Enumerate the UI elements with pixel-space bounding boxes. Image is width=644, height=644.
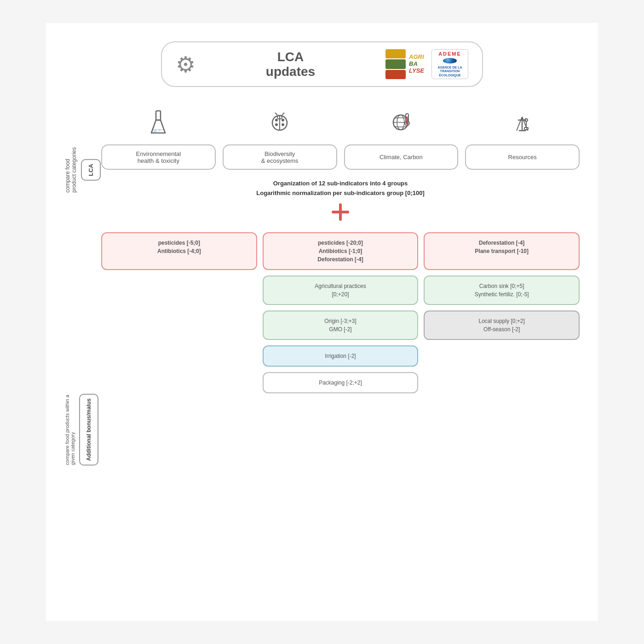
logos-area: AGRI BA LYSE ADEME AGENCE DE LATRANSITIO… — [385, 49, 468, 79]
agribalyse-logo: AGRI BA LYSE — [385, 49, 427, 79]
header-box: ⚙ LCA updates AGRI BA LYSE ADEME — [161, 41, 483, 87]
deforestation-plane: Deforestation [-4]Plane transport [-10] — [424, 232, 580, 270]
cat-col-climate: Climate, Carbon — [344, 110, 459, 170]
plus-symbol — [101, 203, 580, 225]
climate-box: Climate, Carbon — [344, 144, 459, 170]
empty-6 — [424, 372, 580, 393]
empty-2 — [101, 310, 257, 340]
agricultural-practices: Agricultural practices[0;+20] — [263, 276, 419, 305]
pesticides-antibiotics-deforestation: pesticides [-20;0]Antibiotics [-1;0]Defo… — [263, 232, 419, 270]
main-layout: compare foodproduct categories LCA compa… — [64, 110, 580, 538]
packaging: Packaging [-2;+2] — [263, 372, 419, 393]
biodiv-box: Biodiversity& ecosystems — [223, 144, 337, 170]
bonus-side-box: Additional bonus/malus — [79, 394, 98, 466]
compare-food-label: compare foodproduct categories — [64, 147, 77, 193]
globe-thermometer-icon — [388, 110, 414, 140]
svg-point-5 — [275, 119, 278, 121]
env-health-box: Environnemental health & toxicity — [101, 144, 216, 170]
resources-box: Resources — [465, 144, 580, 170]
local-supply: Local supply [0;+2]Off-season [-2] — [424, 310, 580, 340]
content-area: Environnemental health & toxicity — [101, 110, 580, 538]
svg-point-1 — [153, 130, 157, 132]
oil-pump-icon — [510, 110, 535, 140]
svg-point-18 — [406, 122, 408, 125]
lca-side-group: compare foodproduct categories LCA — [64, 110, 101, 230]
svg-line-21 — [517, 117, 522, 131]
svg-rect-0 — [156, 111, 161, 120]
side-labels: compare foodproduct categories LCA compa… — [64, 110, 101, 538]
empty-3 — [101, 345, 257, 367]
empty-5 — [101, 372, 257, 393]
svg-rect-17 — [407, 116, 408, 122]
cat-col-biodiv: Biodiversity& ecosystems — [223, 110, 337, 170]
origin-gmo: Origin [-3;+3]GMO [-2] — [263, 310, 419, 340]
svg-line-11 — [282, 113, 284, 115]
bonus-grid: pesticides [-5;0]Antibiotics [-4;0] pest… — [101, 232, 580, 393]
wrench-icon: ⚙ — [176, 52, 196, 77]
irrigation: Irrigation [-2] — [263, 345, 419, 367]
pesticides-antibiotics-env: pesticides [-5;0]Antibiotics [-4;0] — [101, 232, 257, 270]
empty-4 — [424, 345, 580, 367]
svg-point-2 — [158, 129, 161, 131]
svg-point-8 — [282, 123, 284, 126]
svg-rect-26 — [524, 127, 528, 130]
svg-line-10 — [275, 113, 277, 115]
flask-icon — [147, 110, 170, 140]
compare-products-label: compare food products within agiven cate… — [64, 395, 75, 465]
ladybug-icon — [267, 110, 293, 140]
sub-text-block: Organization of 12 sub-indicators into 4… — [101, 179, 580, 198]
ademe-logo: ADEME AGENCE DE LATRANSITIONÉCOLOGIQUE — [431, 49, 468, 79]
svg-point-7 — [275, 123, 278, 126]
bonus-side-group: compare food products within agiven cate… — [64, 322, 101, 538]
svg-point-6 — [282, 119, 284, 121]
lca-side-box: LCA — [81, 159, 101, 181]
carbon-sink: Carbon sink [0;+5]Synthetic fertiliz. [0… — [424, 276, 580, 305]
empty-1 — [101, 276, 257, 305]
cat-col-env: Environnemental health & toxicity — [101, 110, 216, 170]
header-title: LCA updates — [205, 50, 376, 79]
categories-row: Environnemental health & toxicity — [101, 110, 580, 170]
cat-col-resources: Resources — [465, 110, 580, 170]
